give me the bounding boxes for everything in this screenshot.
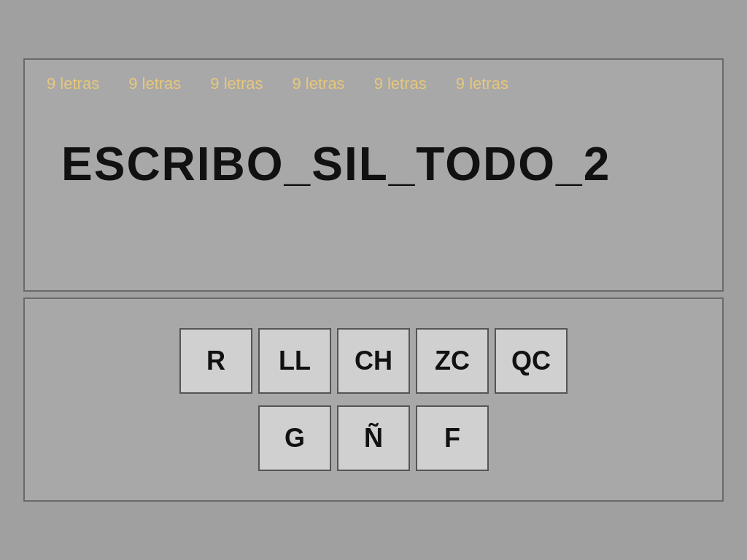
letras-label-6: 9 letras xyxy=(456,74,508,93)
tile-QC[interactable]: QC xyxy=(495,328,568,394)
letras-row: 9 letras 9 letras 9 letras 9 letras 9 le… xyxy=(47,74,700,93)
tile-CH[interactable]: CH xyxy=(337,328,410,394)
tile-N[interactable]: Ñ xyxy=(337,405,410,471)
letras-label-1: 9 letras xyxy=(47,74,99,93)
letras-label-4: 9 letras xyxy=(292,74,344,93)
letras-label-5: 9 letras xyxy=(374,74,427,93)
tile-LL[interactable]: LL xyxy=(258,328,331,394)
letras-label-3: 9 letras xyxy=(210,74,263,93)
tiles-row-2: G Ñ F xyxy=(258,405,489,471)
tile-ZC[interactable]: ZC xyxy=(416,328,489,394)
bottom-panel: R LL CH ZC QC G Ñ F xyxy=(23,298,724,502)
letras-label-2: 9 letras xyxy=(128,74,181,93)
top-panel: 9 letras 9 letras 9 letras 9 letras 9 le… xyxy=(23,58,724,292)
tile-R[interactable]: R xyxy=(179,328,252,394)
tile-F[interactable]: F xyxy=(416,405,489,471)
tile-G[interactable]: G xyxy=(258,405,331,471)
main-word: ESCRIBO_SIL_TODO_2 xyxy=(61,137,611,191)
tiles-row-1: R LL CH ZC QC xyxy=(179,328,568,394)
